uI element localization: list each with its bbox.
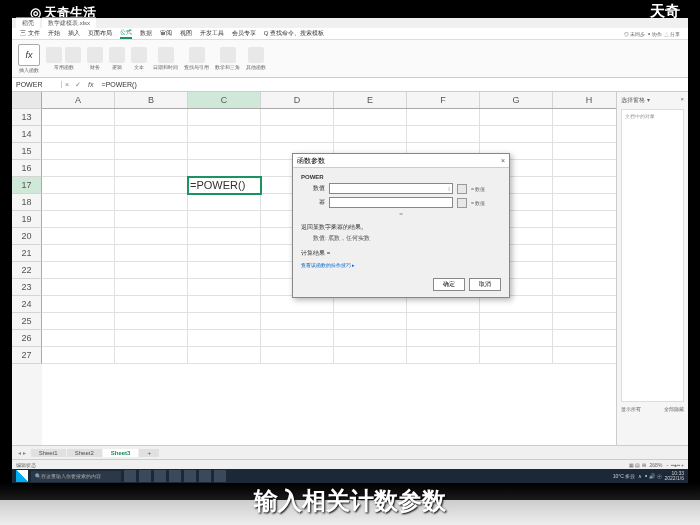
cancel-button[interactable]: 取消 [469, 278, 501, 291]
tab-member[interactable]: 会员专享 [232, 29, 256, 38]
range-picker-icon[interactable] [457, 198, 467, 208]
clock-date[interactable]: 2022/1/6 [665, 476, 684, 481]
video-caption: 输入相关计数参数 [0, 485, 700, 517]
row-header[interactable]: 22 [12, 262, 42, 279]
ok-button[interactable]: 确定 [433, 278, 465, 291]
ribbon-icon[interactable] [131, 47, 147, 63]
start-button[interactable] [16, 470, 28, 482]
zoom-level[interactable]: 268% [650, 462, 663, 468]
formula-input[interactable]: =POWER() [98, 81, 688, 88]
sheet-tab-active[interactable]: Sheet3 [103, 449, 139, 457]
taskbar-icon[interactable] [184, 470, 196, 482]
row-header[interactable]: 25 [12, 313, 42, 330]
ribbon-icon[interactable] [189, 47, 205, 63]
tray-icons[interactable]: ∧ ⚬ 🔊 ㊥ [638, 473, 661, 479]
tab-dev[interactable]: 开发工具 [200, 29, 224, 38]
row-header[interactable]: 23 [12, 279, 42, 296]
ribbon-icon[interactable] [87, 47, 103, 63]
row-header-active[interactable]: 17 [12, 177, 42, 194]
row-headers: 13 14 15 16 17 18 19 20 21 22 23 24 25 2… [12, 92, 42, 445]
col-header[interactable]: B [115, 92, 188, 108]
param-label: 数值 [301, 184, 325, 193]
ribbon: fx插入函数 常用函数 财务 逻辑 文本 日期和时间 查找与引用 数学和三角 其… [12, 40, 688, 78]
formula-bar: POWER × ✓ fx =POWER() [12, 78, 688, 92]
show-all-label[interactable]: 显示所有 [621, 406, 641, 412]
weather[interactable]: 10°C 多云 [613, 473, 636, 479]
dialog-title: 函数参数 [297, 156, 325, 166]
tab-insert[interactable]: 插入 [68, 29, 80, 38]
taskbar-icon[interactable] [214, 470, 226, 482]
taskbar-icon[interactable] [199, 470, 211, 482]
taskbar-search[interactable]: 🔍 在这里输入你要搜索的内容 [31, 471, 121, 482]
tab-search[interactable]: Q 查找命令、搜索模板 [264, 29, 324, 38]
ribbon-icon[interactable] [158, 47, 174, 63]
param-description: 数值: 底数，任何实数 [301, 234, 501, 243]
row-header[interactable]: 26 [12, 330, 42, 347]
row-header[interactable]: 24 [12, 296, 42, 313]
row-header[interactable]: 21 [12, 245, 42, 262]
row-header[interactable]: 16 [12, 160, 42, 177]
sheet-nav-icon[interactable]: ◂ ▸ [18, 449, 26, 456]
tab-data[interactable]: 数据 [140, 29, 152, 38]
hide-all-label[interactable]: 全部隐藏 [664, 406, 684, 412]
col-header[interactable]: E [334, 92, 407, 108]
range-picker-icon[interactable] [457, 184, 467, 194]
taskbar-icon[interactable] [169, 470, 181, 482]
ribbon-tabs: 三 文件 开始 插入 页面布局 公式 数据 审阅 视图 开发工具 会员专享 Q … [12, 28, 688, 40]
ribbon-icon[interactable] [220, 47, 236, 63]
pane-title[interactable]: 选择窗格 ▾ [621, 96, 650, 105]
dialog-close-icon[interactable]: × [501, 157, 505, 164]
row-header[interactable]: 18 [12, 194, 42, 211]
row-header[interactable]: 20 [12, 228, 42, 245]
view-icons[interactable]: ▦ ▤ ⊞ [629, 462, 646, 468]
col-header-active[interactable]: C [188, 92, 261, 108]
name-box[interactable]: POWER [12, 81, 62, 88]
tab-layout[interactable]: 页面布局 [88, 29, 112, 38]
add-sheet-button[interactable]: + [139, 449, 159, 457]
row-header[interactable]: 19 [12, 211, 42, 228]
row-header[interactable]: 27 [12, 347, 42, 364]
row-header[interactable]: 13 [12, 109, 42, 126]
insert-function-icon[interactable]: fx [18, 44, 40, 66]
col-headers: A B C D E F G H [42, 92, 688, 109]
ribbon-icon[interactable] [248, 47, 264, 63]
sheet-tab[interactable]: Sheet1 [31, 449, 66, 457]
param-label: 幂 [301, 198, 325, 207]
param-input-number[interactable]: I [329, 183, 453, 194]
taskbar-icon[interactable] [139, 470, 151, 482]
col-header[interactable]: F [407, 92, 480, 108]
tab-file[interactable]: 三 文件 [20, 29, 40, 38]
tab-view[interactable]: 视图 [180, 29, 192, 38]
col-header[interactable]: G [480, 92, 553, 108]
param-input-power[interactable] [329, 197, 453, 208]
fx-icon[interactable]: fx [84, 81, 97, 88]
param-eq: = 数值 [471, 200, 501, 206]
tab-review[interactable]: 审阅 [160, 29, 172, 38]
tab-formula[interactable]: 公式 [120, 28, 132, 39]
help-link[interactable]: 查看该函数的操作技巧 ▸ [301, 262, 501, 268]
status-bar: 编辑状态 ▦ ▤ ⊞ 268% − ━●━ + [12, 459, 688, 469]
taskbar-icon[interactable] [154, 470, 166, 482]
titlebar-app-tab[interactable]: 稻壳 [16, 17, 40, 29]
active-cell[interactable]: =POWER() [188, 177, 261, 194]
zoom-slider[interactable]: − ━●━ + [666, 462, 684, 468]
param-eq: = 数值 [471, 186, 501, 192]
col-header[interactable]: D [261, 92, 334, 108]
tab-home[interactable]: 开始 [48, 29, 60, 38]
ribbon-icon[interactable] [65, 47, 81, 63]
col-header[interactable]: A [42, 92, 115, 108]
accept-icon[interactable]: ✓ [72, 81, 84, 89]
ribbon-icon[interactable] [109, 47, 125, 63]
pane-close-icon[interactable]: × [680, 96, 684, 105]
row-header[interactable]: 15 [12, 143, 42, 160]
corner-cell[interactable] [12, 92, 42, 109]
sheet-tab[interactable]: Sheet2 [67, 449, 102, 457]
cancel-icon[interactable]: × [62, 81, 72, 88]
titlebar-doc-tab[interactable]: 数学建模表.xlsx [42, 17, 96, 29]
ribbon-icon[interactable] [46, 47, 62, 63]
row-header[interactable]: 14 [12, 126, 42, 143]
ribbon-right-controls[interactable]: ◎ 未同步 ⚬ 协作 △ 分享 [624, 31, 680, 37]
taskbar-icon[interactable] [124, 470, 136, 482]
ribbon-label: 财务 [90, 64, 100, 70]
search-placeholder: 在这里输入你要搜索的内容 [41, 473, 101, 479]
